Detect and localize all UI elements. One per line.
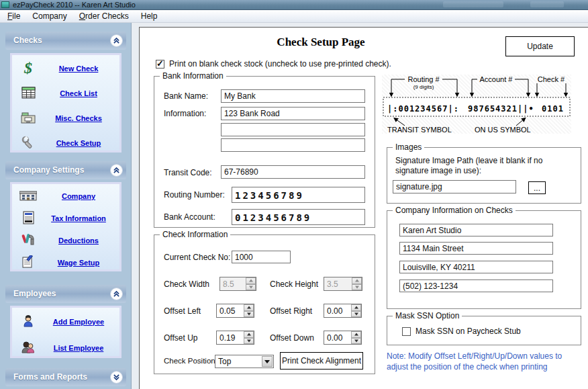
section-title: Employees: [13, 289, 56, 298]
company-city-input[interactable]: [399, 261, 553, 273]
spin-down-button: [246, 284, 256, 291]
collapse-chevron-button[interactable]: [110, 164, 123, 177]
information-input-2[interactable]: [221, 123, 365, 136]
group-title: Company Information on Checks: [393, 206, 516, 215]
signature-path-input[interactable]: [393, 180, 516, 193]
check-list-link[interactable]: Check List: [60, 89, 97, 97]
dropdown-arrow-icon[interactable]: [262, 356, 273, 367]
group-title: Check Information: [160, 230, 230, 239]
sidebar-item-tax-information[interactable]: Tax Information: [12, 206, 119, 228]
sidebar-item-wage-setup[interactable]: Wage Setup: [12, 251, 119, 273]
add-employee-link[interactable]: Add Employee: [53, 318, 104, 326]
collapse-chevron-button[interactable]: [110, 288, 123, 300]
menu-help[interactable]: Help: [135, 10, 164, 23]
offset-up-label: Offset Up: [164, 333, 197, 343]
spin-up-button: [246, 277, 256, 284]
chevron-up-icon: [112, 290, 121, 298]
images-group: Images Signature Image Path (leave it bl…: [387, 147, 581, 204]
blank-stock-checkbox[interactable]: [156, 60, 164, 69]
check-position-select[interactable]: Top: [215, 355, 274, 368]
printer-icon: [12, 112, 44, 124]
spin-down-button[interactable]: [351, 338, 361, 345]
tools-icon: [12, 233, 44, 247]
current-check-no-label: Current Check No:: [164, 253, 230, 262]
chevron-up-icon: [112, 36, 121, 45]
micr-check-text: 0101: [542, 104, 564, 114]
document-icon: [12, 211, 44, 224]
blank-stock-label: Print on blank check stock (uncheck to u…: [169, 59, 391, 69]
check-position-label: Check Position: [164, 357, 215, 365]
offset-down-spinner[interactable]: 0.00: [324, 331, 362, 345]
sidebar-item-add-employee[interactable]: Add Employee: [12, 308, 119, 334]
spin-up-button[interactable]: [244, 304, 254, 311]
collapse-chevron-button[interactable]: [110, 34, 123, 47]
sidebar-section-employees[interactable]: Employees: [5, 285, 126, 303]
sidebar-section-checks[interactable]: Checks: [5, 32, 126, 50]
sidebar-item-check-setup[interactable]: Check Setup: [12, 130, 119, 155]
offset-left-spinner[interactable]: 0.05: [216, 304, 254, 318]
building-icon: [12, 189, 44, 201]
check-information-group: Check Information Current Check No: Chec…: [154, 234, 375, 374]
routing-number-input[interactable]: [232, 187, 365, 203]
sidebar-section-company-settings[interactable]: Company Settings: [5, 161, 126, 179]
offset-right-spinner[interactable]: 0.00: [324, 304, 362, 318]
sidebar-item-deductions[interactable]: Deductions: [12, 228, 119, 251]
sidebar-item-list-employee[interactable]: List Employee: [12, 334, 119, 360]
update-button[interactable]: Update: [505, 36, 575, 56]
new-check-link[interactable]: New Check: [59, 64, 99, 73]
check-width-value: 8.5: [220, 277, 246, 290]
company-street-input[interactable]: [399, 242, 553, 255]
wage-setup-link[interactable]: Wage Setup: [58, 259, 100, 267]
company-info-group: Company Information on Checks: [387, 210, 581, 309]
sidebar-item-check-list[interactable]: Check List: [12, 80, 119, 105]
sidebar-section-forms-and-reports[interactable]: Forms and Reports: [5, 368, 126, 386]
mask-ssn-checkbox[interactable]: [402, 327, 411, 336]
company-name-input[interactable]: [399, 224, 553, 236]
spin-down-button[interactable]: [244, 338, 254, 345]
table-icon: [12, 87, 44, 99]
bank-name-input[interactable]: [221, 89, 365, 103]
browse-button[interactable]: ...: [528, 181, 546, 194]
spin-up-button[interactable]: [244, 331, 254, 338]
misc-checks-link[interactable]: Misc. Checks: [55, 114, 102, 122]
transit-code-input[interactable]: [221, 165, 365, 179]
current-check-no-input[interactable]: [232, 251, 291, 263]
offset-down-label: Offset Down: [270, 333, 314, 343]
bank-account-input[interactable]: [232, 209, 365, 225]
blank-stock-checkbox-row: Print on blank check stock (uncheck to u…: [156, 59, 391, 69]
company-link[interactable]: Company: [62, 192, 95, 200]
list-employee-link[interactable]: List Employee: [54, 344, 104, 352]
bank-name-label: Bank Name:: [164, 91, 208, 101]
offset-up-spinner[interactable]: 0.19: [216, 331, 254, 345]
information-input-1[interactable]: [221, 107, 365, 120]
menu-company[interactable]: Company: [26, 10, 72, 23]
spin-up-button[interactable]: [351, 304, 361, 311]
print-check-alignment-button[interactable]: Print Check Alignment: [280, 352, 363, 370]
offset-note: Note: Modify Offset Left/Right/Up/Down v…: [387, 351, 583, 372]
page-title: Check Setup Page: [220, 36, 422, 49]
expand-chevron-button[interactable]: [110, 371, 123, 384]
menu-order-checks[interactable]: Order Checks: [73, 10, 135, 23]
spin-up-button[interactable]: [351, 331, 361, 338]
information-label: Information:: [164, 109, 206, 118]
offset-left-label: Offset Left: [164, 306, 201, 316]
sidebar-item-company[interactable]: Company: [12, 184, 119, 206]
deductions-link[interactable]: Deductions: [58, 236, 99, 245]
spin-down-button[interactable]: [351, 311, 361, 318]
sidebar-item-new-check[interactable]: $ New Check: [12, 55, 119, 80]
check-setup-link[interactable]: Check Setup: [56, 139, 101, 147]
company-phone-input[interactable]: [399, 279, 553, 292]
sidebar-item-misc-checks[interactable]: Misc. Checks: [12, 105, 119, 130]
dollar-icon: $: [12, 61, 44, 75]
transit-symbol-label: TRANSIT SYMBOL: [387, 126, 452, 134]
information-input-3[interactable]: [221, 138, 365, 152]
spin-down-button[interactable]: [244, 311, 254, 318]
routing-number-label: Routing Number:: [164, 190, 225, 200]
section-title: Forms and Reports: [13, 372, 87, 382]
offset-right-label: Offset Right: [270, 306, 312, 316]
wrench-icon: [12, 136, 44, 149]
tax-information-link[interactable]: Tax Information: [51, 214, 106, 222]
person-icon: [12, 315, 44, 327]
menu-file[interactable]: File: [1, 10, 26, 23]
title-bar: ezPayCheck 2010 -- Karen Art Studio: [0, 0, 588, 10]
